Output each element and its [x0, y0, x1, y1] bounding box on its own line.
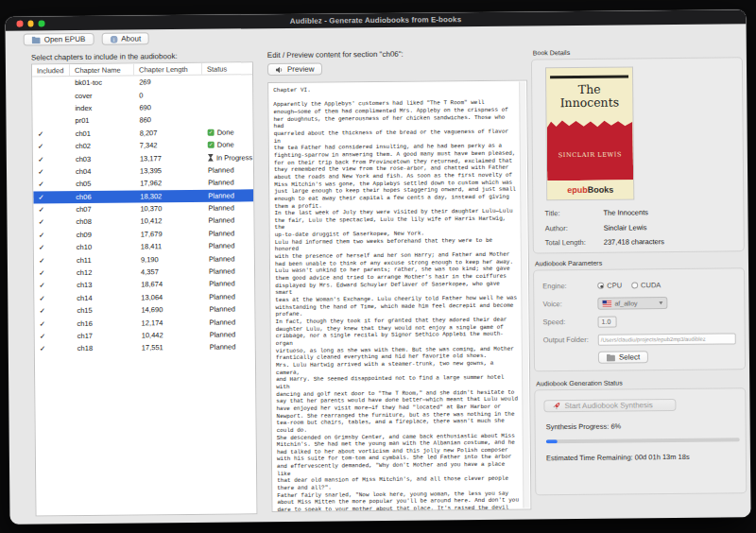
- radio-icon: [631, 282, 638, 288]
- open-epub-button[interactable]: Open EPUB: [24, 33, 94, 46]
- included-checkmark[interactable]: ✓: [34, 294, 72, 302]
- chapter-table: Included Chapter Name Chapter Length Sta…: [31, 61, 258, 516]
- included-checkmark[interactable]: ✓: [34, 231, 72, 239]
- voice-label: Voice:: [542, 300, 597, 309]
- included-checkmark[interactable]: ✓: [33, 155, 71, 163]
- chapter-status-cell: Planned: [205, 318, 255, 327]
- book-details-label: Book Details: [533, 47, 743, 56]
- engine-radio-cpu[interactable]: CPU: [597, 282, 622, 290]
- included-checkmark[interactable]: ✓: [35, 319, 73, 328]
- included-checkmark[interactable]: ✓: [33, 180, 71, 188]
- chapter-length-cell: 690: [134, 103, 202, 112]
- chapter-status-cell: Planned: [204, 280, 254, 289]
- info-icon: i: [110, 35, 117, 43]
- chapter-status-cell: Planned: [204, 242, 254, 251]
- included-checkmark[interactable]: ✓: [35, 344, 73, 352]
- chapter-text: Chapter VI. Apparently the Applebys' cus…: [268, 80, 530, 512]
- chapter-length-cell: 18,411: [136, 242, 204, 251]
- included-checkmark[interactable]: ✓: [34, 306, 72, 315]
- chapter-length-cell: 4,357: [136, 267, 204, 277]
- chapter-status-cell: Planned: [203, 203, 253, 213]
- included-checkmark[interactable]: ✓: [33, 167, 71, 176]
- chapter-status-cell: Planned: [204, 304, 254, 314]
- right-rail: Book Details The Innocents SINCLAIR LEWI…: [531, 47, 747, 495]
- included-checkmark[interactable]: ✓: [33, 218, 71, 227]
- chapter-name-cell: ch07: [71, 205, 135, 215]
- app-window: Audiblez - Generate Audiobooks from E-bo…: [5, 9, 750, 524]
- included-checkmark[interactable]: ✓: [33, 142, 71, 150]
- chapter-length-cell: 7,342: [135, 141, 203, 150]
- included-checkmark[interactable]: ✓: [33, 205, 71, 214]
- chapter-length-cell: 18,302: [135, 191, 203, 200]
- chapter-status-cell: Planned: [204, 254, 254, 264]
- chapter-name-cell: ch02: [71, 142, 135, 151]
- author-field-value: Sinclair Lewis: [604, 223, 647, 232]
- folder-icon: [607, 353, 615, 361]
- chapter-name-cell: ch08: [71, 217, 135, 227]
- epubbooks-logo: epubBooks: [547, 180, 633, 199]
- included-checkmark[interactable]: ✓: [34, 243, 72, 251]
- engine-label: Engine:: [542, 282, 597, 291]
- chapter-name-cell: ch10: [72, 243, 136, 252]
- chapter-name-cell: ch13: [72, 281, 136, 290]
- engine-radio-cuda[interactable]: CUDA: [631, 281, 661, 289]
- output-folder-input[interactable]: /Users/claudiu/projects/epub2mp3/audible…: [598, 333, 736, 345]
- chapter-length-cell: 10,370: [135, 204, 203, 214]
- included-checkmark[interactable]: ✓: [34, 282, 72, 290]
- content-editor[interactable]: Chapter VI. Apparently the Applebys' cus…: [267, 79, 531, 512]
- chapter-length-cell: 17,551: [137, 343, 205, 352]
- cover-title-line1: The: [578, 82, 601, 96]
- chapter-status-cell: Planned: [204, 266, 254, 276]
- chapter-name-cell: ch18: [73, 344, 137, 353]
- select-folder-button[interactable]: Select: [598, 351, 648, 364]
- chapter-name-cell: ch04: [71, 166, 135, 176]
- chapter-name-cell: ch09: [72, 230, 136, 239]
- chapter-length-cell: 9,190: [136, 254, 204, 264]
- parameters-box: Engine: CPU CUDA Voice: af_alloy Speed: …: [533, 267, 746, 371]
- start-synthesis-button[interactable]: Start Audiobook Synthesis: [543, 399, 676, 412]
- table-row[interactable]: ✓ ch18 17,551 Planned: [35, 340, 255, 355]
- chapter-table-body: bk01-toc 269 cover 0 index 690 pr01 860 …: [32, 75, 255, 355]
- chapter-name-cell: ch05: [71, 180, 135, 189]
- included-checkmark[interactable]: ✓: [34, 256, 72, 265]
- synthesis-progress-fill: [546, 439, 558, 443]
- author-field-label: Author:: [545, 223, 604, 232]
- chapter-name-cell: ch17: [73, 331, 137, 340]
- included-checkmark[interactable]: ✓: [35, 332, 73, 340]
- col-chapter-length: Chapter Length: [134, 63, 202, 76]
- output-folder-label: Output Folder:: [543, 335, 598, 345]
- voice-value: af_alloy: [614, 300, 637, 306]
- speed-label: Speed:: [543, 318, 598, 327]
- preview-panel-label: Edit / Preview content for section "ch06…: [267, 50, 404, 60]
- chapter-status-cell: Planned: [205, 343, 255, 352]
- voice-dropdown[interactable]: af_alloy: [597, 297, 667, 310]
- length-field-label: Total Length:: [545, 238, 604, 248]
- generation-status-label: Audiobook Generation Status: [536, 378, 746, 387]
- book-details-box: The Innocents SINCLAIR LEWIS epubBooks T…: [531, 57, 745, 253]
- included-checkmark[interactable]: ✓: [33, 193, 71, 201]
- speaker-icon: [276, 65, 284, 73]
- about-button[interactable]: i About: [101, 32, 149, 44]
- chapter-status-cell: Planned: [204, 292, 254, 301]
- status-icon: [208, 154, 214, 162]
- chapter-length-cell: 17,679: [136, 230, 204, 239]
- chapter-status-cell: [202, 119, 252, 120]
- title-field-label: Title:: [544, 209, 603, 218]
- included-checkmark[interactable]: ✓: [34, 268, 72, 277]
- chapter-status-cell: Planned: [203, 179, 253, 188]
- rocket-icon: [552, 402, 560, 410]
- chapter-status-cell: [202, 81, 252, 82]
- chapter-length-cell: 12,174: [137, 318, 205, 327]
- chapter-name-cell: ch11: [72, 255, 136, 265]
- chapter-status-cell: ✓ Done: [203, 140, 253, 149]
- speed-input[interactable]: 1.0: [598, 316, 617, 327]
- folder-icon: [32, 36, 41, 43]
- included-checkmark[interactable]: ✓: [33, 129, 71, 138]
- chapter-status-cell: Planned: [205, 330, 255, 339]
- chapter-length-cell: 860: [134, 115, 202, 125]
- col-included: Included: [32, 64, 70, 76]
- chapter-name-cell: ch06: [71, 192, 135, 201]
- preview-button[interactable]: Preview: [267, 63, 323, 77]
- chapters-panel-label: Select chapters to include in the audiob…: [31, 52, 178, 61]
- chapter-status-cell: [202, 94, 252, 95]
